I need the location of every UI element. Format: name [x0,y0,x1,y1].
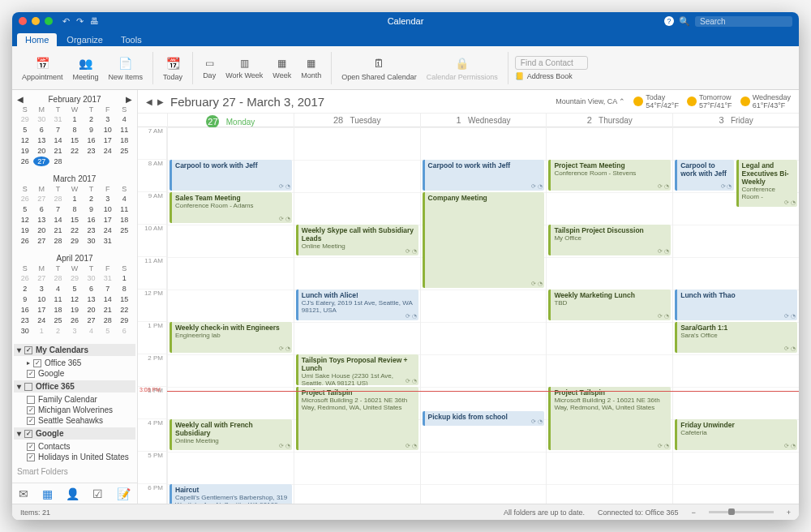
mini-day[interactable]: 5 [67,284,82,294]
mini-day[interactable]: 27 [84,315,99,325]
tree-group[interactable]: ▾✓My Calendars [14,344,135,356]
mini-day[interactable]: 15 [117,294,132,304]
mini-day[interactable]: 7 [50,204,66,214]
calendar-event[interactable]: HaircutCapelli's Gentlemen's Barbershop,… [169,484,292,504]
mini-day[interactable]: 7 [50,125,66,135]
mini-day[interactable]: 29 [67,236,82,246]
checkbox-icon[interactable]: ✓ [24,430,32,438]
mini-day[interactable]: 20 [33,225,49,235]
mini-day[interactable]: 8 [67,204,82,214]
mini-day[interactable]: 19 [67,305,82,315]
mini-day[interactable]: 23 [17,315,32,325]
calendar-event[interactable]: Weekly Skype call with Subsidiary LeadsO… [296,225,418,255]
mini-day[interactable]: 16 [17,305,32,315]
calendar-event[interactable]: Project TailspinMicrosoft Building 2 - 1… [296,387,418,450]
mini-day[interactable]: 27 [33,236,49,246]
calendar-event[interactable]: Project Team MeetingConference Room - St… [548,160,671,191]
mini-day[interactable]: 22 [67,146,82,156]
mini-day[interactable]: 4 [117,194,132,204]
today-button[interactable]: 📆Today [160,54,186,83]
smart-folders[interactable]: Smart Folders [17,462,132,481]
mini-day[interactable]: 21 [50,146,66,156]
address-book-button[interactable]: 📒Address Book [515,72,588,80]
mini-day[interactable]: 10 [100,204,115,214]
mini-day[interactable]: 25 [117,225,132,235]
open-shared-button[interactable]: 🗓Open Shared Calendar [338,54,420,83]
calendar-event[interactable]: Pickup kids from school⟳ ◔ [423,411,545,426]
work-week-button[interactable]: ▥Work Week [222,55,266,81]
mini-day[interactable]: 6 [84,284,99,294]
mini-day[interactable]: 13 [33,135,49,145]
tab-organize[interactable]: Organize [58,33,111,46]
print-icon[interactable]: 🖶 [90,16,99,27]
mini-day[interactable]: 14 [50,215,66,225]
week-button[interactable]: ▦Week [269,55,294,81]
mini-day[interactable]: 26 [17,236,32,246]
mini-day[interactable]: 13 [84,294,99,304]
mini-day[interactable]: 16 [84,135,99,145]
calendar-event[interactable]: Carpool to work with Jeff⟳ ◔ [169,160,292,191]
meeting-button[interactable]: 👥Meeting [70,54,102,83]
zoom-in-button[interactable]: + [787,508,791,517]
mini-day[interactable]: 26 [17,157,32,166]
calendar-event[interactable]: Weekly Marketing LunchTBD⟳ ◔ [548,290,671,320]
calendar-event[interactable]: Tailspin Toys Proposal Review + LunchUmi… [296,354,418,385]
zoom-slider[interactable] [709,511,774,513]
mini-day[interactable]: 24 [100,225,115,235]
mini-day[interactable]: 30 [17,326,32,336]
calendar-event[interactable]: Carpool to work with Jeff⟳ ◔ [423,160,545,191]
mini-day[interactable]: 1 [67,114,82,124]
mini-day[interactable]: 2 [84,194,99,204]
mini-day[interactable]: 3 [33,284,49,294]
prev-week-button[interactable]: ◀ [146,97,152,106]
day-column[interactable]: Project Team MeetingConference Room - St… [546,127,672,504]
calendar-event[interactable]: Weekly call with French SubsidiaryOnline… [169,419,292,450]
mini-day[interactable]: 13 [33,215,49,225]
mini-day[interactable]: 3 [100,194,115,204]
checkbox-icon[interactable]: ✓ [27,406,35,414]
mini-day[interactable]: 20 [84,305,99,315]
day-column[interactable]: Carpool to work with Jeff⟳ ◔Company Meet… [420,127,547,504]
mini-next[interactable]: ▶ [126,95,132,104]
redo-icon[interactable]: ↷ [76,16,84,27]
mini-day[interactable]: 11 [50,294,66,304]
mini-day[interactable]: 28 [50,157,66,166]
mini-day[interactable]: 8 [117,284,132,294]
mini-day[interactable]: 22 [67,225,82,235]
mini-day[interactable]: 19 [17,225,32,235]
mini-day[interactable]: 2 [17,284,32,294]
mini-day[interactable]: 9 [84,204,99,214]
tree-item[interactable]: ✓Contacts [17,441,132,452]
zoom-out-button[interactable]: − [691,508,695,517]
calendar-icon[interactable]: ▦ [42,487,53,500]
mini-day[interactable]: 15 [67,215,82,225]
mini-day[interactable]: 9 [17,294,32,304]
mini-day[interactable]: 10 [100,125,115,135]
mini-day[interactable]: 17 [33,305,49,315]
mini-day[interactable]: 24 [100,146,115,156]
tree-item[interactable]: ✓Google [17,368,132,379]
mini-day[interactable]: 17 [100,135,115,145]
mini-day[interactable]: 12 [67,294,82,304]
mini-day[interactable]: 19 [17,146,32,156]
mini-day[interactable]: 18 [117,135,132,145]
mini-day[interactable]: 23 [84,146,99,156]
mini-day[interactable]: 7 [100,284,115,294]
mini-day[interactable]: 11 [117,125,132,135]
day-column[interactable]: Carpool to work with Jeff⟳ ◔Legal and Ex… [672,127,799,504]
tab-home[interactable]: Home [17,33,57,46]
mini-day[interactable]: 22 [117,305,132,315]
tree-group[interactable]: ▾Office 365 [14,380,135,393]
tab-tools[interactable]: Tools [113,33,150,46]
undo-icon[interactable]: ↶ [62,16,70,27]
mini-day[interactable]: 28 [100,315,115,325]
calendar-event[interactable]: Carpool to work with Jeff⟳ ◔ [675,160,733,191]
checkbox-icon[interactable]: ✓ [24,346,32,354]
close-window[interactable] [19,17,27,25]
mail-icon[interactable]: ✉ [19,487,28,500]
mini-day[interactable]: 21 [50,225,66,235]
mini-day[interactable]: 4 [117,114,132,124]
mini-day[interactable]: 2 [84,114,99,124]
mini-day[interactable]: 24 [33,315,49,325]
checkbox-icon[interactable]: ✓ [27,417,35,425]
